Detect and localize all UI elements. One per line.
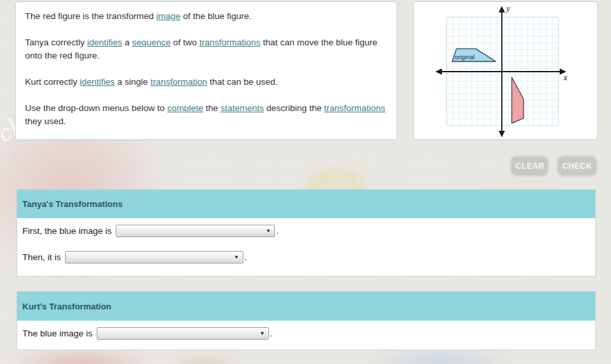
tanya-first-statement-row: First, the blue image is ▼ . [22,225,590,237]
glossary-link-identifies[interactable]: identifies [87,37,122,47]
x-axis-left-arrow-icon [435,68,442,74]
instruction-paragraph: Kurt correctly identifies a single trans… [25,76,387,89]
text-run: Kurt correctly [25,77,80,87]
tanya-second-statement-row: Then, it is ▼ . [22,251,590,263]
graph-panel: y x original [413,1,598,140]
statement-suffix: . [245,252,247,262]
text-run: that can be used. [207,77,278,87]
kurt-transformation-select[interactable]: ▼ [97,327,269,340]
text-run: they used. [25,116,66,126]
coordinate-plane: y x original [414,2,597,139]
text-run: The red figure is the transformed [25,11,157,21]
text-run: of two [170,37,199,47]
text-run: a single [115,77,151,87]
dropdown-caret-icon: ▼ [266,229,271,234]
instructions-panel: The red figure is the transformed image … [15,1,397,140]
clear-button[interactable]: CLEAR [512,157,547,175]
check-button[interactable]: CHECK [558,157,596,175]
glossary-link-complete[interactable]: complete [167,103,203,113]
kurt-panel-body: The blue image is ▼ . [17,321,595,340]
tanya-panel-title: Tanya's Transformations [17,190,595,218]
text-run: Use the drop-down menus below to [25,103,167,113]
statement-prefix: Then, it is [22,252,61,262]
glossary-link-image[interactable]: image [157,11,181,21]
text-run: the [203,103,220,113]
statement-prefix: First, the blue image is [22,226,112,236]
glossary-link-identifies[interactable]: identifies [80,77,114,87]
y-axis-label: y [505,5,511,13]
y-axis-top-arrow-icon [499,6,504,12]
instruction-paragraph: Use the drop-down menus below to complet… [25,102,387,128]
glossary-link-transformation[interactable]: transformation [151,77,207,87]
kurt-statement-row: The blue image is ▼ . [22,327,590,340]
statement-prefix: The blue image is [22,329,93,338]
text-run: a [122,37,132,47]
glossary-link-transformations[interactable]: transformations [199,37,260,47]
glossary-link-statements[interactable]: statements [220,103,264,113]
y-axis-bottom-arrow-icon [499,131,504,137]
glossary-link-transformations[interactable]: transformations [324,103,385,113]
x-axis-label: x [563,74,568,82]
instruction-paragraph: Tanya correctly identifies a sequence of… [25,36,387,62]
instruction-paragraph: The red figure is the transformed image … [25,10,387,23]
tanya-transformations-panel: Tanya's Transformations First, the blue … [16,189,596,277]
text-run: Tanya correctly [25,37,87,47]
text-run: of the blue figure. [180,11,251,21]
kurt-panel-title: Kurt's Transformation [17,292,595,321]
tanya-panel-body: First, the blue image is ▼ . Then, it is… [17,218,595,263]
decor-tan-blob [164,355,243,364]
tanya-second-transformation-select[interactable]: ▼ [65,251,243,263]
dropdown-caret-icon: ▼ [260,331,265,336]
kurt-transformation-panel: Kurt's Transformation The blue image is … [16,291,596,350]
statement-suffix: . [270,329,273,338]
text-run: describing the [264,103,324,113]
statement-suffix: . [276,226,279,236]
glossary-link-sequence[interactable]: sequence [132,37,171,47]
dropdown-caret-icon: ▼ [234,255,239,260]
tanya-first-transformation-select[interactable]: ▼ [116,225,275,237]
original-figure-label: original [454,53,475,60]
